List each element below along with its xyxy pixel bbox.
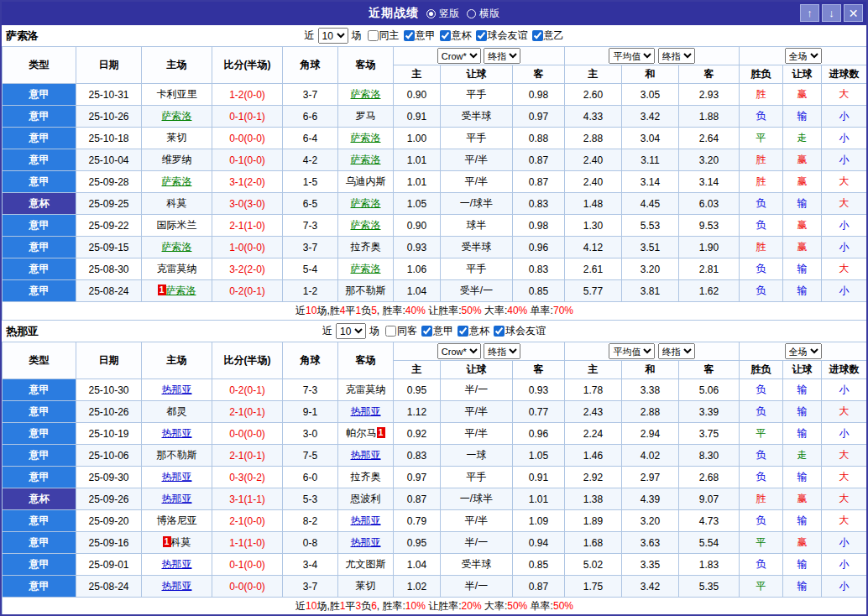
close-icon[interactable]: ✕ [844,4,863,22]
team-link[interactable]: 热那亚 [162,558,192,570]
cell-handicap-result: 赢 [783,215,822,237]
odds-provider-select[interactable]: Crow* [437,48,481,64]
cell-odds-away: 0.96 [513,423,565,445]
filter-checkbox-意杯[interactable]: 意杯 [440,29,472,43]
cell-avg-home: 1.46 [565,445,622,467]
move-up-icon[interactable]: ↑ [800,4,819,22]
team-link: 卡利亚里 [157,88,197,100]
team-link[interactable]: 热那亚 [162,384,192,395]
odds-group-header: Crow* 终指 [394,47,565,65]
filter-checkbox-同主[interactable]: 同主 [368,29,400,43]
team-link[interactable]: 热那亚 [162,471,192,483]
filter-bar: 热那亚 近 10 场 同客意甲意杯球会友谊 [2,321,866,342]
checkbox-input[interactable] [440,30,451,41]
cell-corner: 7-3 [283,379,338,401]
checkbox-input[interactable] [476,30,487,41]
summary-segment: 负 [361,600,371,612]
final-odds-select[interactable]: 终指 [484,343,520,359]
summary-segment: 场,胜 [316,600,339,612]
team-link[interactable]: 热那亚 [351,536,381,548]
summary-row: 近10场,胜1平3负6, 胜率:10% 让胜率:20% 大率:50% 单率:50… [3,598,867,616]
team-link[interactable]: 热那亚 [351,449,381,461]
checkbox-input[interactable] [532,30,543,41]
team-link[interactable]: 萨索洛 [351,154,381,165]
team-link[interactable]: 萨索洛 [351,197,381,209]
filter-checkbox-意杯[interactable]: 意杯 [458,324,489,338]
cell-handicap: 球半 [441,215,513,237]
team-link: 科莫 [171,536,191,548]
filter-checkbox-意乙[interactable]: 意乙 [532,29,564,43]
checkbox-input[interactable] [404,30,415,41]
final-odds-select[interactable]: 终指 [484,48,520,64]
move-down-icon[interactable]: ↓ [822,4,841,22]
match-count-select[interactable]: 10 [318,28,348,44]
cell-avg-draw: 3.63 [622,532,679,554]
team-link[interactable]: 萨索洛 [351,219,381,231]
cell-corner: 6-0 [283,467,338,488]
odds-provider-select[interactable]: Crow* [437,343,481,359]
team-link[interactable]: 萨索洛 [351,263,381,274]
checkbox-input[interactable] [385,326,396,337]
page-title: 近期战绩 [369,6,419,21]
cell-handicap: 平/半 [441,423,513,445]
team-link[interactable]: 萨索洛 [351,88,381,100]
cell-focus-team: 萨索洛 [338,149,394,171]
cell-focus-team: 热那亚 [338,532,394,554]
checkbox-input[interactable] [458,326,468,337]
cell-team: 克雷莫纳 [142,258,212,280]
cell-handicap-result: 输 [783,510,822,532]
team-link[interactable]: 热那亚 [351,405,381,417]
checkbox-input[interactable] [494,326,505,337]
checkbox-input[interactable] [368,30,379,41]
final-average-select[interactable]: 终指 [658,48,695,64]
filter-near-label: 近 [305,29,315,43]
cell-team: 1科莫 [142,532,212,554]
full-court-select[interactable]: 全场 [785,343,822,359]
header-group-row: 类型 日期 主场 比分(半场) 角球 客场 Crow* 终指 平均值 终指 [3,342,867,361]
team-link[interactable]: 萨索洛 [162,241,192,253]
cell-focus-team: 热那亚 [142,576,212,598]
cell-avg-home: 2.43 [565,401,622,423]
match-row: 意甲25-09-15萨索洛1-0(0-0)3-7拉齐奥0.93受半球0.964.… [3,237,867,258]
match-row: 意甲25-10-06那不勒斯2-1(0-1)7-5热那亚0.83一球1.051.… [3,445,867,467]
cell-avg-home: 2.40 [565,149,622,171]
cell-team: 罗马 [338,106,394,128]
average-select[interactable]: 平均值 [609,343,655,359]
filter-checkbox-球会友谊[interactable]: 球会友谊 [494,324,546,338]
filter-checkbox-同客[interactable]: 同客 [385,324,417,338]
filter-checkbox-意甲[interactable]: 意甲 [421,324,453,338]
summary-segment: 50% [553,600,573,612]
team-link[interactable]: 热那亚 [162,493,192,504]
cell-avg-away: 3.39 [679,401,740,423]
team-link[interactable]: 热那亚 [162,580,192,592]
filter-checkbox-球会友谊[interactable]: 球会友谊 [476,29,528,43]
cell-avg-away: 5.54 [679,532,740,554]
cell-date: 25-09-15 [76,237,142,258]
team-link: 博洛尼亚 [157,514,197,526]
cell-corner: 5-3 [283,488,338,510]
filter-checkbox-意甲[interactable]: 意甲 [404,29,436,43]
team-link[interactable]: 热那亚 [162,427,192,439]
match-count-select[interactable]: 10 [336,323,366,339]
col-result: 胜负 [740,361,783,379]
cell-corner: 6-5 [283,193,338,215]
average-select[interactable]: 平均值 [609,48,655,64]
team-link[interactable]: 萨索洛 [162,175,192,187]
cell-handicap-result: 赢 [783,84,822,106]
col-date: 日期 [76,342,142,379]
cell-corner: 5-4 [283,258,338,280]
checkbox-input[interactable] [421,326,432,337]
layout-horizontal-radio[interactable]: 横版 [467,7,499,21]
team-link[interactable]: 萨索洛 [166,285,196,296]
col-odds-handicap: 让球 [441,65,513,84]
col-odds-home: 主 [394,65,441,84]
team-link[interactable]: 热那亚 [351,514,381,526]
team-link[interactable]: 萨索洛 [351,132,381,144]
final-average-select[interactable]: 终指 [658,343,695,359]
team-link: 科莫 [167,197,187,209]
cell-avg-draw: 4.02 [622,445,679,467]
team-link[interactable]: 萨索洛 [162,110,192,122]
full-court-select[interactable]: 全场 [785,48,822,64]
layout-vertical-radio[interactable]: 竖版 [426,7,459,21]
cell-goals: 大 [822,171,867,193]
